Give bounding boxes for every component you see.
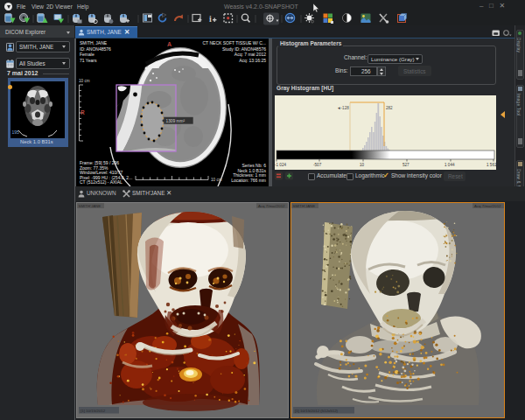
svg-text:1309 mm²: 1309 mm² xyxy=(166,119,186,123)
svg-text:Acq: 7 mai 2012: Acq: 7 mai 2012 xyxy=(234,52,266,57)
svg-text:1 561: 1 561 xyxy=(486,163,496,167)
svg-text:SMITH, JANE: SMITH, JANE xyxy=(80,40,108,46)
svg-text:CT NECK SOFT TISSUE W/ C...: CT NECK SOFT TISSUE W/ C... xyxy=(202,40,266,46)
svg-text:◄-128: ◄-128 xyxy=(337,106,349,110)
svg-text:Location: 766 mm: Location: 766 mm xyxy=(231,178,266,183)
svg-text:195: 195 xyxy=(12,130,20,135)
svg-text:-507: -507 xyxy=(313,163,322,167)
svg-text:[1] 10/15/2012: [1] 10/15/2012 xyxy=(80,409,106,413)
svg-text:SMITH'JANE: SMITH'JANE xyxy=(293,204,316,208)
svg-text:ID: ANON48576: ID: ANON48576 xyxy=(80,46,111,52)
svg-text:i: i xyxy=(209,14,212,24)
svg-text:Acq 7/mai/2012: Acq 7/mai/2012 xyxy=(258,204,285,208)
svg-text:Female: Female xyxy=(80,52,94,57)
svg-text:527: 527 xyxy=(402,163,410,167)
svg-text:-1 024: -1 024 xyxy=(275,163,286,167)
svg-text:SMITH'JANE: SMITH'JANE xyxy=(79,204,102,208)
svg-text:CT (512x512) - AXIAL: CT (512x512) - AXIAL xyxy=(80,179,122,185)
svg-text:Acq 7/mai/2012: Acq 7/mai/2012 xyxy=(474,204,501,208)
svg-text:[1] 10/15/2012 (512x512): [1] 10/15/2012 (512x512) xyxy=(295,409,339,413)
svg-text:Acq: 13:16:25: Acq: 13:16:25 xyxy=(239,58,266,63)
svg-text:282: 282 xyxy=(386,106,393,110)
svg-text:A: A xyxy=(167,41,172,47)
svg-text:Study ID: ANON48576: Study ID: ANON48576 xyxy=(222,46,266,52)
svg-text:1 044: 1 044 xyxy=(444,163,455,167)
svg-text:10: 10 xyxy=(360,163,365,167)
svg-text:10 cm: 10 cm xyxy=(211,178,222,182)
svg-text:R: R xyxy=(80,109,85,116)
svg-text:10 cm: 10 cm xyxy=(79,79,90,83)
svg-text:71 Years: 71 Years xyxy=(80,58,97,63)
